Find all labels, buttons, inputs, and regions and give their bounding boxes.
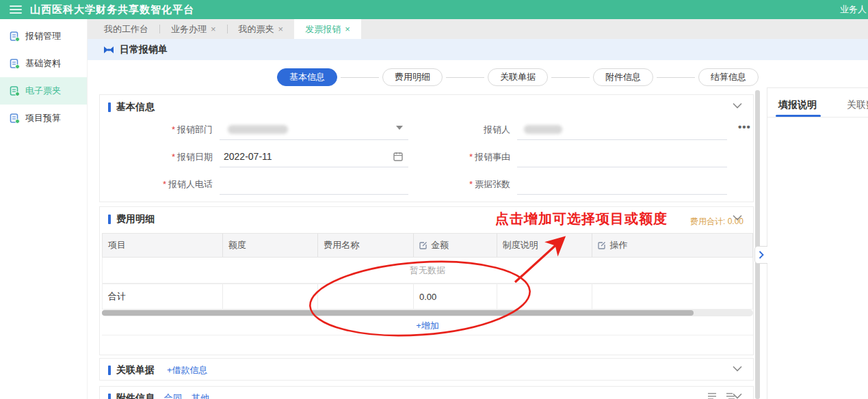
col-header-quota: 额度 [222, 234, 318, 257]
date-value: 2022-07-11 [224, 151, 272, 162]
expense-detail-card: 费用明细 点击增加可选择项目或额度 费用合计: 0.00 项目 额度 费用名称 … [99, 206, 754, 355]
step-indicator: 基本信息 费用明细 关联单据 附件信息 结算信息 [277, 68, 757, 86]
field-label-ticket-count: *票据张数 [397, 178, 510, 191]
section-header: 基本信息 [108, 101, 155, 113]
ticket-count-field[interactable] [517, 174, 727, 195]
right-panel-tabs: 填报说明 关联数 [767, 88, 868, 118]
active-tab-underline [776, 115, 821, 117]
user-role-label[interactable]: 业务人 [840, 0, 867, 19]
tab-business-handling[interactable]: 业务办理 × [160, 19, 227, 39]
document-icon [10, 59, 20, 69]
col-header-expense-name: 费用名称 [317, 234, 413, 257]
step-connector [446, 77, 484, 78]
sidebar-item-reimburse-mgmt[interactable]: 报销管理 [0, 23, 87, 50]
add-expense-button[interactable]: +增加 [416, 320, 439, 332]
form-row: *报销日期 2022-07-11 *报销事由 [100, 147, 754, 169]
app-title: 山西医科大学财务共享数智化平台 [30, 3, 194, 16]
add-row: +增加 [102, 316, 753, 335]
field-label-person: 报销人 [397, 124, 510, 136]
tab-label: 我的票夹 [239, 23, 274, 36]
section-header: 关联单据 +借款信息 [108, 364, 208, 376]
reason-field[interactable] [517, 147, 727, 167]
hamburger-menu-icon[interactable] [10, 5, 22, 14]
section-title: 附件信息 [116, 392, 155, 399]
field-label-dept: *报销部门 [100, 124, 213, 136]
expense-table-header: 项目 额度 费用名称 金额 制度说明 操作 [102, 233, 753, 258]
sum-empty-cell [592, 284, 752, 309]
step-expense-detail[interactable]: 费用明细 [382, 68, 443, 86]
person-field[interactable] [517, 120, 727, 140]
step-connector [341, 77, 379, 78]
phone-field[interactable] [220, 174, 408, 195]
form-row: *报销部门 报销人 ••• [100, 120, 754, 141]
section-accent-bar [108, 102, 111, 112]
collapse-chevron-icon[interactable] [733, 102, 742, 109]
col-header-actions: 操作 [592, 234, 752, 257]
section-header: 费用明细 [108, 213, 155, 225]
contract-link[interactable]: 合同 [164, 392, 182, 399]
tab-my-workbench[interactable]: 我的工作台 [93, 19, 159, 39]
vertical-scrollbar[interactable] [755, 90, 760, 399]
close-icon[interactable]: × [211, 24, 216, 34]
tab-fill-instructions[interactable]: 填报说明 [778, 99, 817, 111]
sidebar-item-project-budget[interactable]: 项目预算 [0, 105, 87, 132]
collapse-chevron-icon[interactable] [733, 393, 742, 399]
sidebar-item-label: 项目预算 [25, 112, 61, 124]
field-label-reason: *报销事由 [397, 151, 510, 163]
sidebar-item-label: 报销管理 [25, 30, 61, 42]
section-title: 费用明细 [116, 213, 155, 225]
date-field[interactable]: 2022-07-11 [220, 147, 408, 167]
red-annotation-text: 点击增加可选择项目或额度 [495, 210, 668, 228]
add-loan-info-link[interactable]: +借款信息 [167, 364, 208, 376]
edit-icon [598, 241, 606, 249]
collapse-chevron-icon[interactable] [733, 366, 742, 372]
expense-table: 项目 额度 费用名称 金额 制度说明 操作 暂无数据 合计 0.00 [102, 233, 753, 335]
section-title: 关联单据 [116, 364, 155, 376]
field-label-date: *报销日期 [100, 151, 213, 163]
step-attachment-info[interactable]: 附件信息 [593, 68, 653, 86]
sum-empty-cell [497, 284, 592, 309]
person-picker-button[interactable]: ••• [738, 121, 751, 133]
sidebar-item-basic-data[interactable]: 基础资料 [0, 50, 87, 77]
other-link[interactable]: 其他 [192, 392, 209, 399]
step-settlement-info[interactable]: 结算信息 [698, 68, 759, 86]
required-mark: * [163, 179, 166, 189]
horizontal-scrollbar-thumb[interactable] [102, 310, 694, 316]
step-connector [657, 77, 695, 78]
attachment-card: 附件信息 合同 其他 [99, 386, 754, 399]
field-label-phone: *报销人电话 [100, 178, 213, 191]
required-mark: * [469, 152, 473, 162]
edit-icon [419, 241, 428, 249]
tab-my-ticket-folder[interactable]: 我的票夹 × [228, 19, 295, 39]
document-icon [10, 31, 20, 42]
dept-select-field[interactable] [220, 120, 408, 140]
step-related-docs[interactable]: 关联单据 [488, 68, 548, 86]
required-mark: * [469, 179, 473, 189]
chevron-right-icon [759, 251, 764, 259]
close-icon[interactable]: × [278, 24, 284, 34]
related-docs-card: 关联单据 +借款信息 [99, 358, 754, 381]
document-icon [10, 113, 20, 124]
step-basic-info[interactable]: 基本信息 [277, 68, 337, 86]
close-icon[interactable]: × [345, 24, 350, 34]
document-icon [10, 86, 20, 96]
collapse-chevron-icon[interactable] [733, 215, 742, 221]
col-header-policy-note: 制度说明 [497, 234, 592, 257]
horizontal-scrollbar-track[interactable] [102, 309, 753, 316]
empty-data-text: 暂无数据 [410, 264, 445, 277]
tab-label: 我的工作台 [104, 23, 148, 36]
section-header: 附件信息 合同 其他 [108, 392, 209, 399]
tab-bar: 我的工作台 业务办理 × 我的票夹 × 发票报销 × [88, 19, 868, 39]
sidebar: 报销管理 基础资料 电子票夹 项目预算 [0, 19, 88, 399]
sidebar-item-label: 电子票夹 [25, 85, 61, 97]
tab-label: 发票报销 [305, 23, 341, 36]
tab-related-data[interactable]: 关联数 [847, 99, 868, 111]
tab-invoice-reimburse[interactable]: 发票报销 × [294, 19, 361, 39]
panel-expand-toggle[interactable] [754, 246, 767, 264]
top-header: 山西医科大学财务共享数智化平台 业务人 [0, 0, 868, 19]
list-view-icon[interactable] [707, 392, 717, 399]
sidebar-item-e-ticket-folder[interactable]: 电子票夹 [0, 77, 87, 105]
col-header-amount: 金额 [413, 234, 497, 257]
sidebar-item-label: 基础资料 [25, 57, 61, 70]
sum-label-cell: 合计 [103, 284, 222, 309]
